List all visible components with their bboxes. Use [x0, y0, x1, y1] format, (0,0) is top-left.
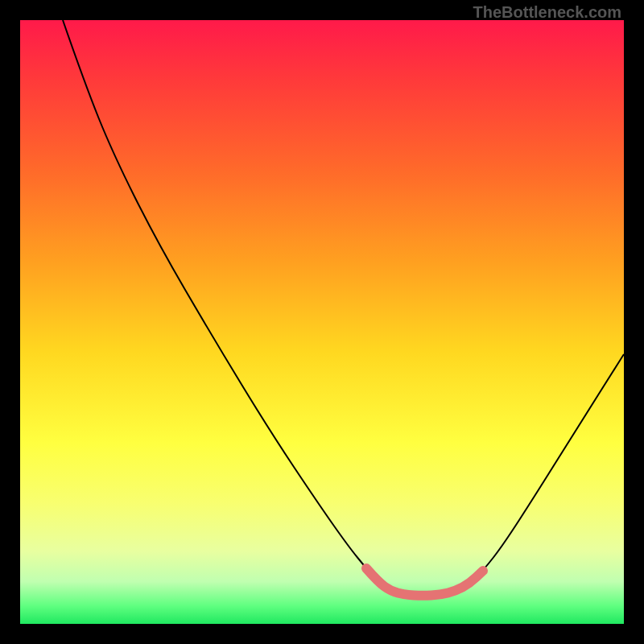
attribution-label: TheBottleneck.com — [473, 3, 621, 22]
highlight-segment — [366, 568, 483, 596]
chart-container: TheBottleneck.com — [0, 0, 644, 644]
plot-area — [20, 20, 624, 624]
chart-svg — [20, 20, 624, 624]
main-curve — [63, 20, 624, 596]
